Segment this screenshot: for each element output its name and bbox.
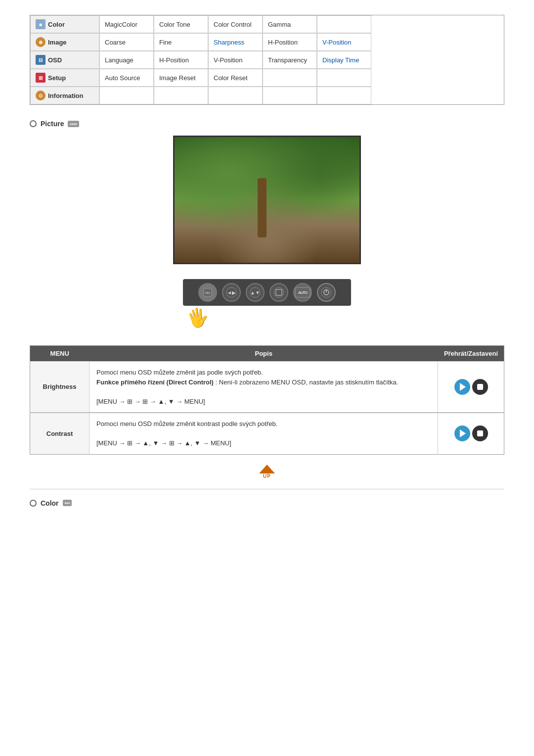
up-arrow-container: UP: [30, 465, 504, 479]
nav-up-down-button[interactable]: ▲▼: [246, 283, 265, 302]
nav-osd-menu[interactable]: ⊟ OSD: [30, 51, 99, 69]
nav-setup-image-reset[interactable]: Image Reset: [154, 69, 208, 87]
color-section-header: Color ▪▪▪: [30, 499, 504, 507]
brightness-line2-bold: Funkce přímého řízení (Direct Control): [96, 378, 214, 386]
contrast-line1: Pomocí menu OSD můžete změnit kontrast p…: [96, 420, 277, 427]
image-placeholder: [175, 137, 359, 263]
brightness-play-button[interactable]: [454, 379, 470, 395]
section-divider: [30, 489, 504, 489]
picture-circle-icon: [30, 120, 37, 127]
table-header-desc: Popis: [89, 346, 438, 362]
play-triangle-icon: [460, 383, 466, 391]
up-arrow-triangle-icon: [259, 465, 275, 473]
picture-badge: ▪▪▪▪: [68, 121, 79, 127]
contrast-play-icon: [460, 429, 466, 437]
nav-info-e1: [99, 87, 154, 104]
info-icon: ⊙: [36, 91, 45, 100]
image-icon: ⊕: [36, 37, 45, 47]
svg-text:▲▼: ▲▼: [250, 290, 260, 295]
spacer: [30, 321, 504, 345]
nav-info-e2: [154, 87, 208, 104]
nav-info-e3: [208, 87, 263, 104]
picture-section-header: Picture ▪▪▪▪: [30, 120, 504, 128]
table-header-action: Přehrát/Zastavení: [438, 346, 504, 362]
contrast-play-button[interactable]: [454, 425, 470, 441]
hand-cursor-icon: 🖐: [185, 305, 211, 330]
table-row-contrast: Contrast Pomocí menu OSD můžete změnit k…: [30, 413, 504, 454]
color-section: Color ▪▪▪: [30, 499, 504, 507]
nav-osd-vpos[interactable]: V-Position: [208, 51, 263, 69]
nav-color-tone[interactable]: Color Tone: [154, 15, 208, 33]
svg-text:◄▶: ◄▶: [227, 290, 236, 295]
osd-icon: ⊟: [36, 55, 45, 65]
monitor-controls-wrapper: MN ◄▶ ▲▼ AUTO: [173, 279, 361, 306]
nav-osd-hpos[interactable]: H-Position: [154, 51, 208, 69]
svg-point-6: [274, 287, 284, 297]
enter-button[interactable]: [269, 283, 288, 302]
color-circle-icon: [30, 500, 37, 507]
picture-label: Picture: [41, 120, 64, 128]
nav-color-menu[interactable]: ■ Color: [30, 15, 99, 33]
contrast-controls: [445, 425, 497, 441]
nav-grid: ■ Color MagicColor Color Tone Color Cont…: [30, 15, 504, 104]
nav-setup-color-reset[interactable]: Color Reset: [208, 69, 263, 87]
nav-image-menu[interactable]: ⊕ Image: [30, 33, 99, 51]
nav-info-e4: [263, 87, 317, 104]
color-label: Color: [41, 499, 59, 507]
nav-table-wrapper: ■ Color MagicColor Color Tone Color Cont…: [30, 15, 504, 105]
nav-image-hpos[interactable]: H-Position: [263, 33, 317, 51]
svg-text:AUTO: AUTO: [298, 290, 308, 295]
nav-setup-empty1: [263, 69, 317, 87]
color-icon: ■: [36, 19, 45, 29]
brightness-stop-button[interactable]: [472, 379, 488, 395]
contrast-action: [438, 413, 504, 454]
nav-image-sharpness[interactable]: Sharpness: [208, 33, 263, 51]
table-row-brightness: Brightness Pomocí menu OSD můžete změnit…: [30, 362, 504, 413]
nav-osd-transparency[interactable]: Transparency: [263, 51, 317, 69]
up-label: UP: [263, 473, 271, 479]
svg-text:MN: MN: [205, 291, 210, 294]
brightness-action: [438, 362, 504, 413]
contrast-desc: Pomocí menu OSD můžete změnit kontrast p…: [89, 413, 438, 454]
nav-color-magic[interactable]: MagicColor: [99, 15, 154, 33]
nav-left-right-button[interactable]: ◄▶: [222, 283, 241, 302]
nav-color-gamma[interactable]: Gamma: [263, 15, 317, 33]
picture-image: [173, 136, 361, 264]
power-button[interactable]: [317, 283, 336, 302]
nav-info-menu[interactable]: ⊙ Information: [30, 87, 99, 104]
nav-info-e5: [317, 87, 371, 104]
brightness-line3: [MENU → ⊞ → ⊞ → ▲, ▼ → MENU]: [96, 398, 205, 405]
contrast-line2: [MENU → ⊞ → ▲, ▼ → ⊞ → ▲, ▼ → MENU]: [96, 439, 231, 447]
nav-setup-menu[interactable]: ⊞ Setup: [30, 69, 99, 87]
nav-osd-display-time[interactable]: Display Time: [317, 51, 371, 69]
nav-osd-lang[interactable]: Language: [99, 51, 154, 69]
menu-button[interactable]: MN: [198, 283, 217, 302]
contrast-stop-button[interactable]: [472, 425, 488, 441]
brightness-line2-rest: : Není-li zobrazeno MENU OSD, nastavte j…: [216, 378, 399, 386]
contrast-stop-icon: [477, 430, 483, 436]
nav-image-coarse[interactable]: Coarse: [99, 33, 154, 51]
nav-color-control[interactable]: Color Control: [208, 15, 263, 33]
info-table: MENU Popis Přehrát/Zastavení Brightness …: [30, 345, 504, 455]
brightness-controls: [445, 379, 497, 395]
up-arrow-button[interactable]: UP: [259, 465, 275, 479]
table-header-menu: MENU: [30, 346, 89, 362]
monitor-controls: MN ◄▶ ▲▼ AUTO: [183, 279, 351, 306]
nav-image-fine[interactable]: Fine: [154, 33, 208, 51]
brightness-desc: Pomocí menu OSD můžete změnit jas podle …: [89, 362, 438, 413]
brightness-label: Brightness: [30, 362, 89, 413]
nav-setup-empty2: [317, 69, 371, 87]
nav-color-empty: [317, 15, 371, 33]
nav-setup-auto[interactable]: Auto Source: [99, 69, 154, 87]
stop-square-icon: [477, 384, 483, 390]
auto-button[interactable]: AUTO: [293, 283, 312, 302]
color-badge: ▪▪▪: [63, 500, 72, 506]
contrast-label: Contrast: [30, 413, 89, 454]
setup-icon: ⊞: [36, 73, 45, 83]
nav-image-vpos[interactable]: V-Position: [317, 33, 371, 51]
brightness-line1: Pomocí menu OSD můžete změnit jas podle …: [96, 369, 263, 376]
